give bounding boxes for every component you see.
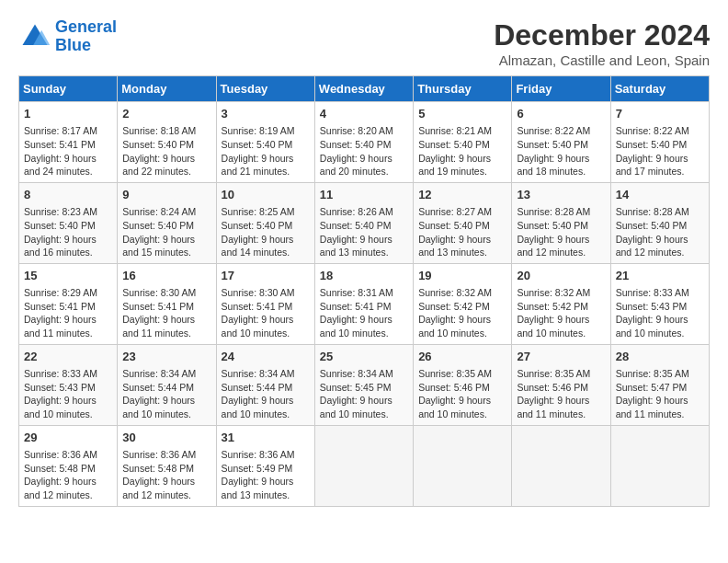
cell-info-line: Sunrise: 8:25 AM xyxy=(222,205,310,219)
cell-info-line: Sunset: 5:46 PM xyxy=(418,381,506,395)
day-number: 3 xyxy=(222,106,310,122)
main-title: December 2024 xyxy=(494,18,710,52)
day-number: 10 xyxy=(222,187,310,203)
calendar-cell: 12Sunrise: 8:27 AMSunset: 5:40 PMDayligh… xyxy=(414,182,512,263)
cell-info-line: and 10 minutes. xyxy=(517,327,605,340)
calendar-cell: 11Sunrise: 8:26 AMSunset: 5:40 PMDayligh… xyxy=(314,182,413,263)
cell-info-line: Daylight: 9 hours xyxy=(517,233,605,247)
day-number: 25 xyxy=(320,349,408,365)
cell-info-line: Daylight: 9 hours xyxy=(320,313,408,327)
calendar-cell: 24Sunrise: 8:34 AMSunset: 5:44 PMDayligh… xyxy=(216,344,314,425)
cell-info-line: and 10 minutes. xyxy=(320,408,408,421)
cell-info-line: Daylight: 9 hours xyxy=(122,394,210,408)
cell-info-line: Sunset: 5:40 PM xyxy=(517,219,605,233)
cell-info-line: and 11 minutes. xyxy=(24,327,112,340)
cell-info-line: Sunset: 5:44 PM xyxy=(122,381,210,395)
cell-info-line: and 11 minutes. xyxy=(122,327,210,340)
cell-info-line: and 10 minutes. xyxy=(418,327,506,340)
cell-info-line: Daylight: 9 hours xyxy=(616,152,704,166)
cell-info-line: Sunrise: 8:34 AM xyxy=(122,367,210,381)
calendar-cell: 3Sunrise: 8:19 AMSunset: 5:40 PMDaylight… xyxy=(216,102,314,183)
day-number: 24 xyxy=(222,349,310,365)
calendar-cell: 13Sunrise: 8:28 AMSunset: 5:40 PMDayligh… xyxy=(512,182,610,263)
calendar-cell: 15Sunrise: 8:29 AMSunset: 5:41 PMDayligh… xyxy=(19,263,118,344)
page-container: General Blue December 2024 Almazan, Cast… xyxy=(18,18,710,507)
calendar-cell: 21Sunrise: 8:33 AMSunset: 5:43 PMDayligh… xyxy=(610,263,709,344)
cell-info-line: Sunset: 5:41 PM xyxy=(24,138,112,152)
calendar-header-row: SundayMondayTuesdayWednesdayThursdayFrid… xyxy=(19,76,710,102)
cell-info-line: and 15 minutes. xyxy=(122,246,210,259)
cell-info-line: Sunrise: 8:33 AM xyxy=(616,286,704,300)
cell-info-line: Sunset: 5:40 PM xyxy=(418,219,506,233)
cell-info-line: and 11 minutes. xyxy=(517,408,605,421)
cell-info-line: and 12 minutes. xyxy=(517,246,605,259)
cell-info-line: Daylight: 9 hours xyxy=(24,152,112,166)
cell-info-line: Sunrise: 8:33 AM xyxy=(24,367,112,381)
cell-info-line: and 21 minutes. xyxy=(222,165,310,178)
day-number: 19 xyxy=(418,268,506,284)
calendar-cell: 16Sunrise: 8:30 AMSunset: 5:41 PMDayligh… xyxy=(118,263,216,344)
week-row-5: 29Sunrise: 8:36 AMSunset: 5:48 PMDayligh… xyxy=(19,425,710,506)
calendar-cell: 31Sunrise: 8:36 AMSunset: 5:49 PMDayligh… xyxy=(216,425,314,506)
day-number: 17 xyxy=(222,268,310,284)
cell-info-line: and 18 minutes. xyxy=(517,165,605,178)
cell-info-line: Sunset: 5:47 PM xyxy=(616,381,704,395)
cell-info-line: Sunset: 5:41 PM xyxy=(122,300,210,314)
day-number: 20 xyxy=(517,268,605,284)
day-number: 6 xyxy=(517,106,605,122)
cell-info-line: and 10 minutes. xyxy=(24,408,112,421)
day-number: 15 xyxy=(24,268,112,284)
cell-info-line: Sunrise: 8:34 AM xyxy=(320,367,408,381)
logo-text: General Blue xyxy=(55,18,117,55)
col-header-monday: Monday xyxy=(118,76,216,102)
week-row-4: 22Sunrise: 8:33 AMSunset: 5:43 PMDayligh… xyxy=(19,344,710,425)
calendar-cell: 23Sunrise: 8:34 AMSunset: 5:44 PMDayligh… xyxy=(118,344,216,425)
cell-info-line: Sunrise: 8:36 AM xyxy=(222,448,310,462)
cell-info-line: Daylight: 9 hours xyxy=(24,475,112,488)
cell-info-line: Sunset: 5:40 PM xyxy=(122,219,210,233)
cell-info-line: Daylight: 9 hours xyxy=(320,152,408,166)
cell-info-line: Sunset: 5:40 PM xyxy=(222,219,310,233)
calendar-cell xyxy=(512,425,610,506)
cell-info-line: and 12 minutes. xyxy=(122,488,210,502)
day-number: 14 xyxy=(616,187,704,203)
cell-info-line: Sunset: 5:40 PM xyxy=(222,138,310,152)
day-number: 22 xyxy=(24,349,112,365)
calendar-cell xyxy=(314,425,413,506)
cell-info-line: Sunrise: 8:22 AM xyxy=(616,124,704,138)
calendar-cell: 7Sunrise: 8:22 AMSunset: 5:40 PMDaylight… xyxy=(610,102,709,183)
cell-info-line: Daylight: 9 hours xyxy=(222,233,310,247)
title-area: December 2024 Almazan, Castille and Leon… xyxy=(494,18,710,68)
col-header-saturday: Saturday xyxy=(610,76,709,102)
cell-info-line: Sunset: 5:41 PM xyxy=(320,300,408,314)
calendar-cell: 1Sunrise: 8:17 AMSunset: 5:41 PMDaylight… xyxy=(19,102,118,183)
cell-info-line: Sunset: 5:43 PM xyxy=(616,300,704,314)
cell-info-line: Sunset: 5:40 PM xyxy=(24,219,112,233)
cell-info-line: Sunrise: 8:32 AM xyxy=(517,286,605,300)
day-number: 1 xyxy=(24,106,112,122)
calendar-cell: 28Sunrise: 8:35 AMSunset: 5:47 PMDayligh… xyxy=(610,344,709,425)
cell-info-line: Sunrise: 8:18 AM xyxy=(122,124,210,138)
week-row-1: 1Sunrise: 8:17 AMSunset: 5:41 PMDaylight… xyxy=(19,102,710,183)
cell-info-line: and 19 minutes. xyxy=(418,165,506,178)
calendar-cell: 30Sunrise: 8:36 AMSunset: 5:48 PMDayligh… xyxy=(118,425,216,506)
cell-info-line: Sunset: 5:40 PM xyxy=(122,138,210,152)
calendar-cell: 20Sunrise: 8:32 AMSunset: 5:42 PMDayligh… xyxy=(512,263,610,344)
cell-info-line: Sunset: 5:41 PM xyxy=(24,300,112,314)
col-header-sunday: Sunday xyxy=(19,76,118,102)
cell-info-line: Sunset: 5:42 PM xyxy=(517,300,605,314)
cell-info-line: Sunrise: 8:30 AM xyxy=(222,286,310,300)
cell-info-line: and 10 minutes. xyxy=(122,408,210,421)
day-number: 12 xyxy=(418,187,506,203)
cell-info-line: Daylight: 9 hours xyxy=(222,475,310,488)
cell-info-line: Daylight: 9 hours xyxy=(616,394,704,408)
cell-info-line: and 22 minutes. xyxy=(122,165,210,178)
cell-info-line: Daylight: 9 hours xyxy=(122,313,210,327)
cell-info-line: Sunset: 5:40 PM xyxy=(517,138,605,152)
cell-info-line: Sunset: 5:40 PM xyxy=(320,219,408,233)
cell-info-line: Sunrise: 8:19 AM xyxy=(222,124,310,138)
cell-info-line: Daylight: 9 hours xyxy=(222,152,310,166)
calendar-cell: 10Sunrise: 8:25 AMSunset: 5:40 PMDayligh… xyxy=(216,182,314,263)
day-number: 28 xyxy=(616,349,704,365)
day-number: 26 xyxy=(418,349,506,365)
